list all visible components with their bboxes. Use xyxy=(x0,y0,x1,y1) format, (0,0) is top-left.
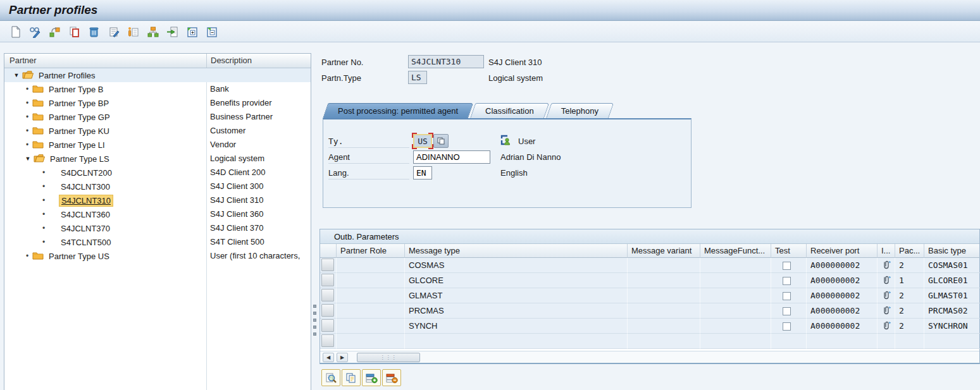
row-select-button[interactable] xyxy=(321,304,334,317)
cell-message_variant[interactable] xyxy=(628,319,700,334)
display-change-icon[interactable] xyxy=(27,24,42,39)
tree-item-label[interactable]: S4DCLNT200 xyxy=(59,168,114,178)
row-select-button[interactable] xyxy=(321,259,334,271)
paperclip-icon[interactable] xyxy=(881,260,891,272)
column-header-message_variant[interactable]: Message variant xyxy=(628,244,700,258)
cell-pac[interactable]: 1 xyxy=(895,273,924,288)
cell-partner_role[interactable] xyxy=(337,319,405,334)
cell-basic_type[interactable]: GLCORE01 xyxy=(924,273,980,288)
row-select-button[interactable] xyxy=(321,289,334,302)
paperclip-icon[interactable] xyxy=(881,290,891,302)
test-checkbox[interactable] xyxy=(783,307,791,315)
cell-receiver_port[interactable]: A000000002 xyxy=(807,273,878,288)
delete-row-icon[interactable] xyxy=(382,369,401,386)
tree-row[interactable]: •Partner Type GPBusiness Partner xyxy=(4,110,311,124)
cell-message_type[interactable]: GLMAST xyxy=(405,288,628,303)
test-checkbox[interactable] xyxy=(783,277,791,285)
tree-row[interactable]: •S4JCLNT310S4J Client 310 xyxy=(4,193,311,207)
cell-partner_role[interactable] xyxy=(337,273,405,288)
table-row[interactable]: PRCMASA0000000022PRCMAS02 xyxy=(320,303,979,319)
cell-message_funct[interactable] xyxy=(700,288,771,303)
copy-icon[interactable] xyxy=(66,24,82,39)
column-header-basic_type[interactable]: Basic type xyxy=(924,244,980,258)
column-header-message_type[interactable]: Message type xyxy=(405,244,628,258)
test-checkbox[interactable] xyxy=(783,322,791,331)
find-entry-icon[interactable] xyxy=(321,369,340,386)
partner-no-field[interactable]: S4JCLNT310 xyxy=(408,55,484,68)
tree-row[interactable]: •Partner Type USUser (first 10 character… xyxy=(4,249,311,263)
test-checkbox[interactable] xyxy=(783,262,791,270)
table-row[interactable]: COSMASA0000000022COSMAS01 xyxy=(320,258,979,273)
tab-post-processing[interactable]: Post processing: permitted agent xyxy=(323,103,468,118)
tree-row[interactable]: •S4DCLNT200S4D Client 200 xyxy=(4,166,311,180)
column-header-receiver_port[interactable]: Receiver port xyxy=(807,244,878,258)
documentation-icon[interactable] xyxy=(125,24,140,39)
organization-icon[interactable] xyxy=(145,24,160,39)
create-icon[interactable] xyxy=(8,24,23,39)
tree-row[interactable]: •S4JCLNT370S4J Client 370 xyxy=(4,221,311,235)
tree-row[interactable]: •Partner Type BPBenefits provider xyxy=(4,96,311,110)
scroll-right-icon[interactable]: ▶ xyxy=(337,353,348,362)
row-select-button[interactable] xyxy=(321,334,334,347)
tree-item-label[interactable]: Partner Type KU xyxy=(47,126,111,137)
cell-receiver_port[interactable]: A000000002 xyxy=(807,288,878,303)
check-icon[interactable] xyxy=(106,24,121,39)
table-row[interactable]: GLCOREA0000000021GLCORE01 xyxy=(320,273,979,288)
cell-message_funct[interactable] xyxy=(700,303,771,319)
possible-entries-button[interactable] xyxy=(433,134,449,148)
tree-item-label[interactable]: S4JCLNT370 xyxy=(59,223,112,234)
copy-entry-icon[interactable] xyxy=(342,369,361,386)
tree-row[interactable]: •S4JCLNT300S4J Client 300 xyxy=(4,180,311,193)
row-select-button[interactable] xyxy=(321,274,334,286)
tree-item-label[interactable]: Partner Profiles xyxy=(37,70,97,81)
cell-message_funct[interactable] xyxy=(700,258,771,273)
tree-item-label[interactable]: S4TCLNT500 xyxy=(59,237,113,248)
cell-message_funct[interactable] xyxy=(700,319,771,334)
cell-receiver_port[interactable]: A000000002 xyxy=(807,303,878,319)
cell-pac[interactable]: 2 xyxy=(895,258,924,273)
tree-item-label[interactable]: Partner Type LI xyxy=(47,140,107,150)
scroll-left-icon[interactable]: ◀ xyxy=(323,353,334,362)
tree-row[interactable]: ▼Partner Profiles xyxy=(4,68,311,82)
cell-pac[interactable]: 2 xyxy=(895,303,924,319)
cell-message_type[interactable]: GLCORE xyxy=(405,273,628,288)
cell-basic_type[interactable]: PRCMAS02 xyxy=(924,303,980,319)
cell-message_funct[interactable] xyxy=(700,273,771,288)
tree-item-label[interactable]: Partner Type BP xyxy=(47,98,111,109)
cell-message_variant[interactable] xyxy=(628,288,700,303)
paperclip-icon[interactable] xyxy=(881,305,891,317)
partn-type-field[interactable]: LS xyxy=(408,71,427,84)
tree-item-label[interactable]: Partner Type LS xyxy=(48,154,111,164)
panel-splitter[interactable] xyxy=(311,53,319,390)
test-checkbox[interactable] xyxy=(783,292,791,300)
cell-basic_type[interactable]: GLMAST01 xyxy=(924,288,980,303)
column-header-attach[interactable]: I... xyxy=(878,244,895,258)
paperclip-icon[interactable] xyxy=(881,275,891,287)
cell-message_type[interactable]: SYNCH xyxy=(405,319,628,334)
copy-partner-icon[interactable] xyxy=(47,24,62,39)
agent-field[interactable]: ADINANNO xyxy=(413,150,490,164)
cell-receiver_port[interactable]: A000000002 xyxy=(807,319,878,334)
cell-receiver_port[interactable]: A000000002 xyxy=(807,258,878,273)
tree-item-label[interactable]: S4JCLNT310 xyxy=(59,195,113,207)
cell-partner_role[interactable] xyxy=(337,303,405,319)
cell-partner_role[interactable] xyxy=(337,288,405,303)
tree-item-label[interactable]: S4JCLNT360 xyxy=(59,209,112,220)
tree-row[interactable]: •S4TCLNT500S4T Client 500 xyxy=(4,235,311,249)
tree-row[interactable]: •S4JCLNT360S4J Client 360 xyxy=(4,207,311,221)
insert-row-icon[interactable] xyxy=(362,369,381,386)
cell-basic_type[interactable]: COSMAS01 xyxy=(924,258,980,273)
scroll-thumb[interactable]: ⋮⋮⋮ xyxy=(357,353,420,362)
column-header-message_funct[interactable]: MessageFunct... xyxy=(700,244,771,258)
tab-telephony[interactable]: Telephony xyxy=(546,103,609,118)
collapse-all-icon[interactable] xyxy=(204,24,219,39)
expander-icon[interactable]: ▼ xyxy=(23,155,32,162)
cell-message_type[interactable]: COSMAS xyxy=(405,258,628,273)
expand-all-icon[interactable] xyxy=(184,24,199,39)
tab-classification[interactable]: Classification xyxy=(470,103,544,118)
row-select-button[interactable] xyxy=(321,319,334,332)
table-row[interactable]: GLMASTA0000000022GLMAST01 xyxy=(320,288,979,303)
tree-item-label[interactable]: Partner Type US xyxy=(47,251,111,262)
tree-row[interactable]: •Partner Type KUCustomer xyxy=(4,124,311,138)
column-header-partner_role[interactable]: Partner Role xyxy=(337,244,405,258)
